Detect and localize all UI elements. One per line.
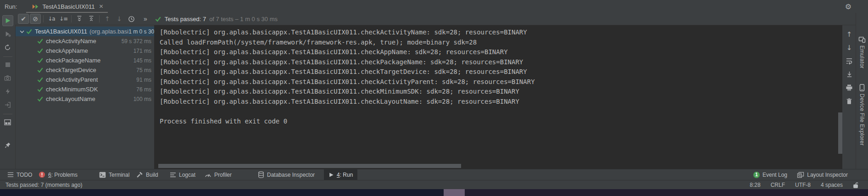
test-name: checkPackageName <box>46 57 100 64</box>
tool-window-button-terminal[interactable]: Terminal <box>97 169 131 180</box>
clear-console-trash-icon[interactable] <box>845 97 853 105</box>
console-line: [Robolectric] org.aplas.basicappx.TestA1… <box>160 78 842 88</box>
test-name: checkTargetDevice <box>46 67 96 73</box>
scroll-down-icon[interactable]: ↓ <box>845 44 853 52</box>
attach-to-process-icon <box>2 99 13 110</box>
chevron-down-icon[interactable] <box>18 28 26 35</box>
indent-setting[interactable]: 4 spaces <box>821 182 843 188</box>
test-duration: 91 ms <box>136 77 154 83</box>
run-window-label: Run: <box>5 3 17 10</box>
tool-window-button-todo[interactable]: TODO <box>6 169 34 180</box>
event-log-badge: 1 <box>753 172 760 178</box>
tool-window-bar: TODO 6: Problems Terminal Build Logcat P… <box>0 169 868 180</box>
test-passed-icon <box>37 57 44 64</box>
test-passed-icon <box>37 47 44 54</box>
screenshot-camera-icon[interactable] <box>2 73 13 84</box>
run-console-output[interactable]: [Robolectric] org.aplas.basicappx.TestA1… <box>156 25 842 169</box>
scroll-up-icon[interactable]: ↑ <box>845 30 853 39</box>
test-row[interactable]: checkAppName 171 ms <box>16 46 154 56</box>
tool-window-button-problems[interactable]: 6: Problems <box>37 169 79 180</box>
terminal-icon <box>99 172 106 178</box>
run-configuration-tab[interactable]: TestA1BasicUIX011 ✕ <box>26 0 108 13</box>
test-duration: 76 ms <box>136 86 154 93</box>
right-tool-window-stripe: Emulator Device File Explorer <box>856 13 868 180</box>
stop-process-icon <box>2 59 13 70</box>
tool-window-button-layout-inspector[interactable]: Layout Inspector <box>795 169 850 180</box>
soft-wrap-icon[interactable] <box>845 57 853 65</box>
tool-window-button-run[interactable]: 4: Run <box>324 169 357 180</box>
build-label: Build <box>146 172 158 178</box>
status-message: Tests passed: 7 (moments ago) <box>6 182 82 188</box>
previous-occurrence-icon: ↑ <box>102 14 113 24</box>
show-passed-icon[interactable]: ✔ <box>18 14 29 24</box>
collapse-all-icon[interactable] <box>86 14 97 24</box>
test-row[interactable]: checkMinimumSDK 76 ms <box>16 84 154 94</box>
tool-window-button-database-inspector[interactable]: Database Inspector <box>256 169 317 180</box>
console-line: [Robolectric] org.aplas.basicappx.TestA1… <box>160 28 842 39</box>
console-line: [Robolectric] org.aplas.basicappx.TestA1… <box>160 88 842 98</box>
todo-list-icon <box>7 172 14 178</box>
test-duration: 75 ms <box>136 67 154 73</box>
restore-layout-icon[interactable] <box>2 117 13 128</box>
toggle-auto-test-icon[interactable] <box>2 42 13 53</box>
test-duration: 59 s 372 ms <box>122 38 154 45</box>
line-separator[interactable]: CRLF <box>771 182 785 188</box>
scroll-to-end-icon[interactable] <box>845 70 853 78</box>
test-row[interactable]: checkLayoutName 100 ms <box>16 94 154 104</box>
test-name: checkActivityParent <box>46 76 98 83</box>
tool-window-button-logcat[interactable]: Logcat <box>168 169 197 180</box>
summary-detail-text: of 7 tests – 1 m 0 s 30 ms <box>209 16 278 22</box>
tool-window-button-profiler[interactable]: Profiler <box>203 169 234 180</box>
tab-title: TestA1BasicUIX011 <box>42 3 95 10</box>
database-icon <box>258 171 264 178</box>
run-tool-window-header: Run: TestA1BasicUIX011 ✕ ⚙ <box>0 0 868 13</box>
taskbar-slider <box>444 189 465 196</box>
gear-icon[interactable]: ⚙ <box>845 2 851 11</box>
test-row[interactable]: checkTargetDevice 75 ms <box>16 65 154 75</box>
run-left-toolbar <box>0 13 16 169</box>
test-row[interactable]: checkPackageName 145 ms <box>16 56 154 65</box>
vertical-scrollbar[interactable] <box>838 112 842 154</box>
horizontal-scrollbar[interactable] <box>158 164 461 168</box>
test-passed-icon <box>26 28 33 35</box>
divider <box>3 114 12 114</box>
pin-tab-icon[interactable] <box>2 140 13 151</box>
windows-taskbar-strip <box>0 189 868 196</box>
test-name: checkLayoutName <box>46 95 95 102</box>
sort-by-duration-icon[interactable]: ↓≡ <box>58 14 69 24</box>
tool-window-button-device-file-explorer[interactable]: Device File Explorer <box>859 84 865 146</box>
console-line: [Robolectric] org.aplas.basicappx.TestA1… <box>160 98 842 108</box>
test-runner-toolbar: ✔ ⊘ ↓a ↓≡ ↑ ↓ » Tests passed: 7 of 7 tes… <box>15 13 868 25</box>
sort-alphabetically-icon[interactable]: ↓a <box>46 14 57 24</box>
show-ignored-icon[interactable]: ⊘ <box>30 14 41 24</box>
emulator-label: Emulator <box>859 45 865 68</box>
emulator-icon <box>858 36 866 43</box>
tool-window-button-build[interactable]: Build <box>134 169 160 180</box>
tool-window-button-event-log[interactable]: 1 Event Log <box>751 169 789 180</box>
file-encoding[interactable]: UTF-8 <box>795 182 811 188</box>
lock-open-icon[interactable] <box>853 182 859 188</box>
more-actions-icon[interactable]: » <box>144 15 147 22</box>
logcat-label: Logcat <box>179 172 195 178</box>
console-line: Called loadFromPath(/system/framework/fr… <box>160 39 842 49</box>
console-line: [Robolectric] org.aplas.basicappx.TestA1… <box>160 68 842 78</box>
problems-label: 6: Problems <box>48 172 78 178</box>
test-history-icon[interactable] <box>126 14 137 24</box>
expand-all-icon[interactable] <box>74 14 85 24</box>
console-line <box>160 107 842 118</box>
run-play-icon <box>328 172 334 178</box>
divider <box>71 15 72 22</box>
test-row[interactable]: checkActivityName 59 s 372 ms <box>16 36 154 46</box>
rerun-failed-tests-icon[interactable] <box>2 28 13 39</box>
root-suite-package: (org.aplas.basi <box>89 28 128 35</box>
test-row[interactable]: checkActivityParent 91 ms <box>16 75 154 84</box>
caret-position[interactable]: 8:28 <box>750 182 760 188</box>
problems-error-icon <box>39 171 45 178</box>
test-passed-icon <box>37 86 44 93</box>
divider <box>43 15 44 22</box>
print-icon[interactable] <box>845 84 853 92</box>
rerun-tests-button[interactable] <box>2 15 13 26</box>
close-tab-icon[interactable]: ✕ <box>99 3 103 10</box>
tool-window-button-emulator[interactable]: Emulator <box>858 36 866 68</box>
tree-root-row[interactable]: TestA1BasicUIX011 (org.aplas.basi 1 m 0 … <box>16 27 154 36</box>
